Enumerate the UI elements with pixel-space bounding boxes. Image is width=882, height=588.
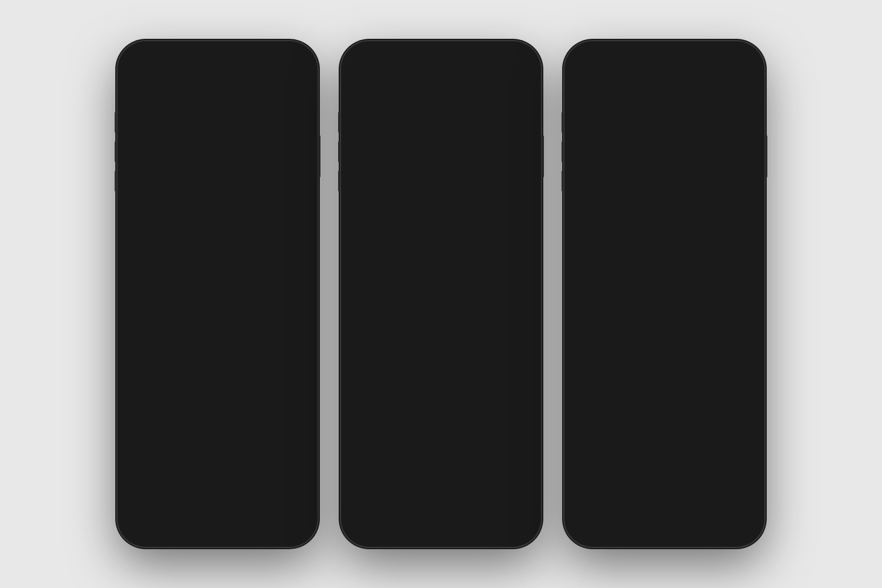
panel-artist-3: Calexico & Ir... xyxy=(386,499,428,505)
imessage-label-3: iMessage Aujourd'hui 09:40 xyxy=(577,118,751,131)
mic-icon-2[interactable]: 🎙 xyxy=(519,362,529,374)
side-btn-vol-down-3 xyxy=(562,171,564,192)
tray-memoji-icon-1[interactable]: 🐵 xyxy=(207,386,228,407)
home-indicator-3 xyxy=(570,529,759,541)
tray-sticker-icon-3[interactable]: 😀 xyxy=(706,386,727,407)
music-card-1[interactable]: Flowers Ra Ra Riot ♪ Apple Music xyxy=(420,211,528,252)
tray-sticker-icon-2[interactable]: 😀 xyxy=(482,386,503,407)
status-bar-2: 09:41 ▲ xyxy=(347,47,535,73)
play-button-1[interactable] xyxy=(503,222,522,241)
battery-2 xyxy=(510,62,523,69)
music-panel-item-2[interactable]: Yes Yes ✉ Mostack xyxy=(443,417,529,468)
wifi-icon-2: ▲ xyxy=(500,61,507,69)
music-panel-item-1[interactable]: Lost in the... Midland xyxy=(353,417,439,468)
sticker-item-4[interactable]: 🐭BFF xyxy=(194,473,241,520)
avatar-img-2: 👩 xyxy=(430,75,452,96)
apps-icon-1[interactable]: A xyxy=(150,359,166,376)
tray-music-icon-3[interactable]: ♫ xyxy=(654,386,675,407)
side-btn-vol-up-3 xyxy=(562,141,564,162)
memoji-item-2[interactable]: 🤷‍♂️ xyxy=(637,441,691,500)
message-input-2[interactable]: iMessage xyxy=(395,359,514,376)
nav-header-3: ‹ 👨 John › xyxy=(570,73,759,112)
contact-name-3[interactable]: John › xyxy=(654,98,675,106)
camera-icon-2[interactable]: 📷 xyxy=(353,360,369,375)
tray-sticker-icon-1[interactable]: 😀 xyxy=(233,386,254,407)
avatar-2[interactable]: 👩 xyxy=(430,75,452,96)
home-bar-3 xyxy=(629,534,700,536)
panel-title-2: Yes Yes ✉ xyxy=(476,436,507,443)
bar4-3 xyxy=(719,62,721,68)
avatar-3[interactable]: 👨 xyxy=(654,75,675,96)
messages-area-1: iMessage Aujourd'hui 09:32 Hi! I went sh… xyxy=(123,112,312,353)
sticker-item-1[interactable]: 🐭❤️ xyxy=(142,417,189,465)
tray-globe-icon-2[interactable]: 🔍 xyxy=(405,386,426,407)
mic-icon-1[interactable]: 🎙 xyxy=(295,362,306,374)
tray-photos-icon[interactable]: ◎ xyxy=(353,386,374,407)
bar1 xyxy=(265,66,267,68)
tray-app-icon-1[interactable]: A xyxy=(129,386,151,407)
sticker-item-3[interactable]: 🐭🎀 xyxy=(246,417,293,465)
memoji-item-1[interactable]: 🙋‍♂️ xyxy=(576,441,631,500)
status-bar-1: 09:41 ▲ xyxy=(123,47,312,73)
input-bar-2: 📷 A iMessage 🎙 xyxy=(347,353,535,381)
side-btn-power-2 xyxy=(542,135,544,178)
app-tray-1: A 🔍 ♫ 🐵 😀 ❤️ ● xyxy=(123,381,312,412)
contact-name-2[interactable]: Ashley › xyxy=(427,98,455,106)
status-time-3: 09:41 xyxy=(582,60,603,69)
tray-blue-icon-1[interactable]: ● xyxy=(285,386,306,407)
back-button-2[interactable]: ‹ xyxy=(354,84,358,98)
panel-title-3: What Heave... xyxy=(386,492,428,499)
signal-bars-3 xyxy=(712,62,721,68)
tray-memoji-icon-2[interactable]: 🐵 xyxy=(456,386,477,407)
tray-memoji-icon-3[interactable]: 🐵 xyxy=(680,386,701,407)
apps-icon-2[interactable]: A xyxy=(373,359,390,376)
back-button-3[interactable]: ‹ xyxy=(577,84,582,98)
panel-title-4: Flowers xyxy=(476,492,505,499)
bar1-3 xyxy=(712,66,714,68)
panel-artist-1: Midland xyxy=(386,443,424,450)
tray-heart-icon-1[interactable]: ❤️ xyxy=(259,386,280,407)
mic-icon-3[interactable]: 🎙 xyxy=(742,362,753,374)
music-panel-item-3[interactable]: What Heave... Calexico & Ir... xyxy=(353,473,439,523)
sticker-panel-1: 🐭❤️ 🦆HA HA 🐭🎀 🐭BFF xyxy=(123,412,312,529)
tray-globe-icon-1[interactable]: 🔍 xyxy=(155,386,176,407)
tray-music-icon-1[interactable]: ♫ xyxy=(181,386,202,407)
avatar-1[interactable]: 👩 xyxy=(207,75,228,96)
memoji-item-3[interactable]: 🤦‍♂️ xyxy=(698,441,753,500)
tray-music-icon-2[interactable]: ♫ xyxy=(430,386,452,407)
phone-3: 09:41 ▲ ‹ 👨 John › xyxy=(564,41,764,547)
tray-app-icon-3[interactable]: A xyxy=(602,386,623,407)
wifi-icon-3: ▲ xyxy=(724,61,731,69)
signal-bars-1 xyxy=(265,62,274,68)
message-input-1[interactable]: iMessage xyxy=(171,359,290,376)
camera-icon-1[interactable]: 📷 xyxy=(129,360,145,375)
tray-globe-icon-3[interactable]: 🔍 xyxy=(628,386,649,407)
status-icons-2: ▲ xyxy=(489,61,523,69)
message-bubble-3: Hey! Have any good song suggestions? xyxy=(354,137,485,171)
bar2-3 xyxy=(714,65,716,68)
back-button-1[interactable]: ‹ xyxy=(131,84,135,98)
tray-photos-icon-3[interactable]: ◎ xyxy=(576,386,597,407)
music-artist-1: Ra Ra Riot xyxy=(462,229,497,236)
contact-header-1: 👩 Aga › xyxy=(207,75,228,106)
apps-icon-3[interactable]: A xyxy=(597,359,613,376)
camera-icon-3[interactable]: 📷 xyxy=(576,360,592,375)
input-bar-3: 📷 A iMessage 🎙 xyxy=(570,353,759,381)
bar4-2 xyxy=(496,62,497,68)
music-panel-item-4[interactable]: Flowers Ra Ra Riot xyxy=(443,473,529,523)
music-info-1: Flowers Ra Ra Riot ♪ Apple Music xyxy=(462,220,497,243)
signal-bars-2 xyxy=(489,62,497,68)
bar2-2 xyxy=(491,65,493,68)
music-art-1 xyxy=(426,217,456,246)
sticker-item-2[interactable]: 🦆HA HA xyxy=(194,417,241,465)
tray-red-icon-3[interactable]: ● xyxy=(731,386,753,407)
phone-screen-1: 09:41 ▲ ‹ 👩 Aga › xyxy=(123,47,312,541)
message-input-3[interactable]: iMessage xyxy=(618,359,737,376)
tray-app-icon-2[interactable]: A xyxy=(379,386,400,407)
panel-artist-2: Mostack xyxy=(476,443,507,450)
tray-heart-icon-2[interactable]: ❤️ xyxy=(508,386,529,407)
battery-fill-2 xyxy=(512,64,519,68)
status-icons-3: ▲ xyxy=(712,61,747,69)
contact-name-1[interactable]: Aga › xyxy=(209,98,226,106)
bar3 xyxy=(270,64,272,68)
